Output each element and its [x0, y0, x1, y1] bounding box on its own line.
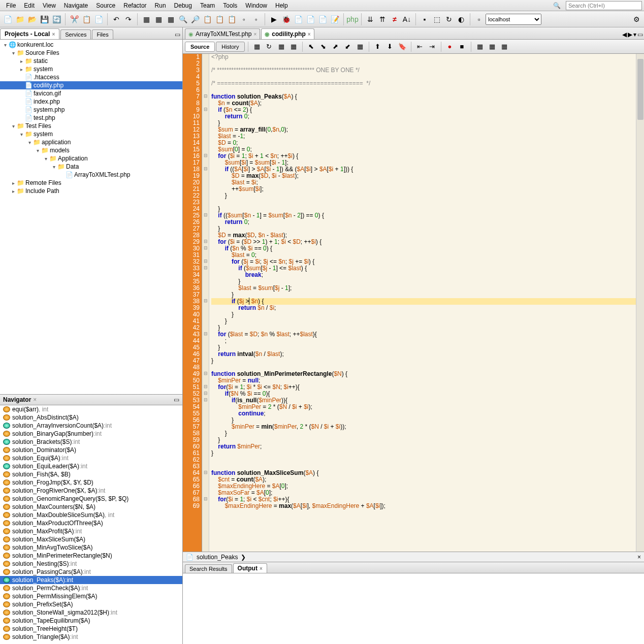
close-icon[interactable]: ×	[33, 396, 37, 403]
bookmark-next-icon[interactable]: ⬇	[384, 41, 396, 52]
zoom-in-button[interactable]: 🔎	[189, 14, 201, 25]
tree-row[interactable]: 📄favicon.gif	[0, 89, 182, 98]
menu-run[interactable]: Run	[151, 1, 170, 10]
bookmark-prev-icon[interactable]: ⬆	[372, 41, 383, 52]
eb-icon[interactable]: ▦	[276, 41, 287, 52]
menu-tools[interactable]: Tools	[219, 1, 241, 10]
tree-row[interactable]: 📄codility.php	[0, 81, 182, 89]
navigator-item[interactable]: solution_TreeHeight($T)	[0, 625, 182, 633]
tree-row[interactable]: ▾📁Test Files	[0, 122, 182, 130]
tb-icon[interactable]: 📝	[329, 14, 340, 25]
navigator-item[interactable]: solution_AbsDistinct($A)	[0, 413, 182, 422]
tab-output[interactable]: Output×	[233, 563, 267, 573]
menu-navigate[interactable]: Navigate	[60, 1, 92, 10]
menu-refactor[interactable]: Refactor	[119, 1, 150, 10]
host-select[interactable]: localhost	[486, 14, 541, 25]
navigator-item[interactable]: solution_BinaryGap($number):int	[0, 430, 182, 438]
menu-window[interactable]: Window	[241, 1, 271, 10]
tree-row[interactable]: ▸📁static	[0, 57, 182, 65]
undo-button[interactable]: ↶	[111, 14, 122, 25]
tree-row[interactable]: ▸📁Remote Files	[0, 179, 182, 187]
tree-row[interactable]: 📄ArrayToXMLTest.php	[0, 171, 182, 179]
tree-row[interactable]: ▾📁Application	[0, 154, 182, 163]
paste-button[interactable]: 📄	[93, 14, 104, 25]
editor-tab[interactable]: ◉ codility.php ×	[261, 28, 314, 39]
navigator-item[interactable]: solution_Fish($A, $B)	[0, 470, 182, 478]
eb-icon[interactable]: ⬋	[342, 41, 353, 52]
navigator-item[interactable]: solution_MinAvgTwoSlice($A)	[0, 543, 182, 552]
eb-icon[interactable]: ⬈	[330, 41, 341, 52]
tb-icon[interactable]: ◦	[250, 14, 262, 25]
tab-projects[interactable]: Projects - Local×	[0, 28, 59, 39]
navigator-item[interactable]: solution_MaxDoubleSliceSum($A), int	[0, 511, 182, 519]
eb-icon[interactable]: ▦	[355, 41, 366, 52]
tb-icon[interactable]: ◦	[238, 14, 249, 25]
shift-left-icon[interactable]: ⇤	[414, 41, 426, 52]
navigator-item[interactable]: solution_MaxProfit($A):int	[0, 527, 182, 535]
tree-row[interactable]: 📄test.php	[0, 114, 182, 122]
new-project-button[interactable]: 📁	[14, 14, 25, 25]
prev-tab-icon[interactable]: ◀	[622, 31, 627, 38]
tb-icon[interactable]: ⬚	[431, 14, 442, 25]
history-mode-button[interactable]: History	[216, 42, 244, 52]
tb-icon[interactable]: ↻	[443, 14, 455, 25]
navigator-item[interactable]: solution_MaxSliceSum($A)	[0, 535, 182, 543]
tree-row[interactable]: ▾📁application	[0, 138, 182, 146]
navigator-item[interactable]: solution_Equi($A):int	[0, 454, 182, 462]
vertical-scrollbar[interactable]	[636, 54, 644, 552]
tb-icon[interactable]: ▦	[165, 14, 176, 25]
menu-team[interactable]: Team	[196, 1, 219, 10]
minimize-icon[interactable]: ▭	[173, 30, 182, 39]
tab-search-results[interactable]: Search Results	[185, 564, 232, 573]
tree-row[interactable]: ▸📁Include Path	[0, 187, 182, 195]
menu-edit[interactable]: Edit	[20, 1, 39, 10]
eb-icon[interactable]: ▦	[288, 41, 299, 52]
close-icon[interactable]: ×	[260, 566, 263, 571]
navigator-item[interactable]: solution_Triangle($A):int	[0, 633, 182, 641]
navigator-item[interactable]: equi($arr), int	[0, 405, 182, 413]
macro-record-icon[interactable]: ●	[444, 41, 456, 52]
tb-icon[interactable]: 📄	[317, 14, 328, 25]
sync-down-icon[interactable]: ⇊	[365, 14, 376, 25]
redo-button[interactable]: ↷	[123, 14, 134, 25]
debug-button[interactable]: 🐞	[280, 14, 292, 25]
navigator-item[interactable]: solution_Dominator($A)	[0, 446, 182, 454]
eb-icon[interactable]: ▦	[499, 41, 510, 52]
macro-stop-icon[interactable]: ■	[457, 41, 468, 52]
tree-row[interactable]: 📄system.php	[0, 106, 182, 114]
navigator-item[interactable]: solution_PermMissingElem($A)	[0, 592, 182, 600]
tb-icon[interactable]: ⚙	[631, 14, 642, 25]
shift-right-icon[interactable]: ⇥	[427, 41, 438, 52]
code-area[interactable]: <?php/* ********************************…	[209, 54, 636, 552]
code-editor[interactable]: 1234567891011121314151617181920212223242…	[183, 54, 644, 552]
menu-source[interactable]: Source	[92, 1, 119, 10]
navigator-item[interactable]: solution_StoneWall_sigma2012($H):int	[0, 608, 182, 617]
tree-row[interactable]: ▾🌐konkurent.loc	[0, 41, 182, 49]
next-tab-icon[interactable]: ▶	[628, 31, 632, 38]
search-input[interactable]	[566, 1, 642, 10]
tb-icon[interactable]: 📄	[305, 14, 316, 25]
tree-row[interactable]: ▾📁system	[0, 130, 182, 138]
navigator-item[interactable]: solution_PrefixSet($A)	[0, 600, 182, 608]
navigator-item[interactable]: solution_FrogJmp($X, $Y, $D)	[0, 478, 182, 487]
navigator-item[interactable]: solution_GenomicRangeQuery($S, $P, $Q)	[0, 495, 182, 503]
eb-icon[interactable]: ▦	[474, 41, 486, 52]
tree-row[interactable]: 📄index.php	[0, 98, 182, 106]
navigator-item[interactable]: solution_PassingCars($A):int	[0, 568, 182, 576]
tb-icon[interactable]: 📄	[293, 14, 304, 25]
navigator-item[interactable]: solution_FrogRiverOne($X, $A):int	[0, 487, 182, 495]
open-button[interactable]: 📂	[26, 14, 38, 25]
copy-button[interactable]: 📋	[81, 14, 92, 25]
tb-icon[interactable]: 📋	[202, 14, 213, 25]
project-tree[interactable]: ▾🌐konkurent.loc▾📁Source Files▸📁static▸📁s…	[0, 40, 182, 394]
tb-icon[interactable]: ◐	[456, 14, 467, 25]
navigator-item[interactable]: solution_MaxProductOfThree($A)	[0, 519, 182, 527]
tree-row[interactable]: ▾📁Source Files	[0, 49, 182, 57]
cut-button[interactable]: ✂️	[69, 14, 80, 25]
navigator-item[interactable]: solution_ArrayInversionCount($A):int	[0, 422, 182, 430]
maximize-icon[interactable]: ▭	[637, 31, 643, 38]
close-icon[interactable]: ×	[308, 31, 311, 37]
navigator-list[interactable]: equi($arr), intsolution_AbsDistinct($A)s…	[0, 405, 182, 644]
sync-up-icon[interactable]: ⇈	[377, 14, 388, 25]
close-icon[interactable]: ×	[637, 554, 641, 561]
